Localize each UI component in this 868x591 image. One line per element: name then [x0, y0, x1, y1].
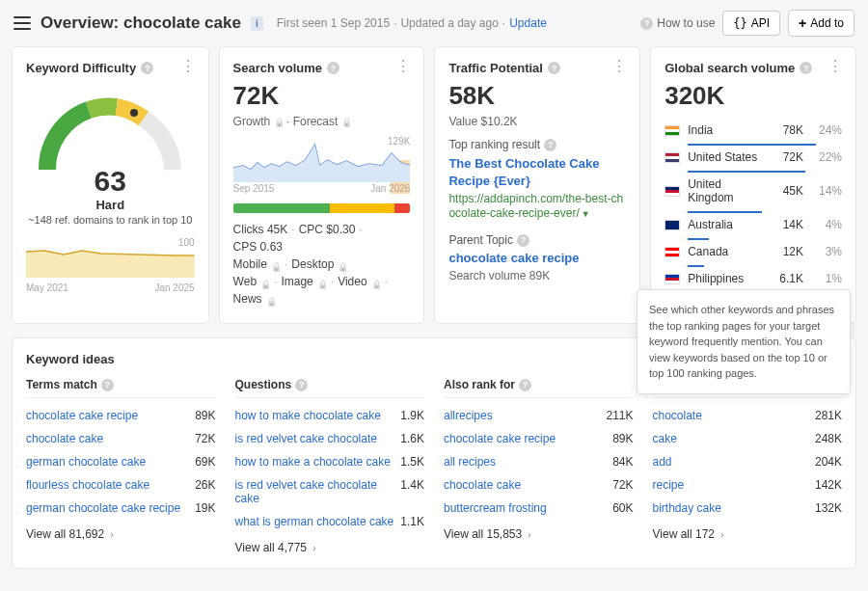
keyword-volume: 1.9K	[400, 409, 424, 422]
country-name: Australia	[688, 218, 759, 231]
help-icon[interactable]: ?	[295, 379, 308, 391]
country-name: Canada	[688, 245, 759, 258]
keyword-volume: 72K	[195, 432, 215, 445]
keyword-link[interactable]: german chocolate cake	[26, 455, 146, 469]
help-icon[interactable]: ?	[548, 62, 560, 74]
kd-title: Keyword Difficulty?	[26, 61, 195, 75]
tp-sub: Value $10.2K	[448, 115, 626, 128]
keyword-link[interactable]: chocolate cake	[26, 432, 103, 445]
card-more-icon[interactable]: ⋮	[180, 61, 197, 72]
sv-title: Search volume?	[233, 61, 411, 75]
keyword-link[interactable]: all recipes	[444, 455, 496, 469]
keyword-link[interactable]: birthday cake	[653, 501, 721, 515]
help-icon[interactable]: ?	[101, 379, 114, 391]
help-icon[interactable]: ?	[519, 379, 531, 391]
keyword-link[interactable]: cake	[653, 432, 677, 445]
country-pct: 14%	[811, 184, 842, 198]
country-pct: 1%	[811, 272, 842, 285]
sv-value: 72K	[233, 81, 411, 111]
help-icon[interactable]: ?	[800, 62, 812, 74]
view-all-link[interactable]: View all 172 ›	[653, 527, 843, 541]
keyword-row: allrecipes211K	[444, 404, 634, 427]
keyword-row: chocolate cake72K	[26, 427, 216, 450]
card-more-icon[interactable]: ⋮	[827, 61, 844, 72]
card-more-icon[interactable]: ⋮	[611, 61, 628, 72]
api-button[interactable]: {}API	[722, 11, 780, 36]
keyword-link[interactable]: buttercream frosting	[444, 501, 547, 515]
keyword-link[interactable]: allrecipes	[444, 409, 493, 422]
keyword-row: is red velvet cake chocolate1.6K	[235, 427, 425, 450]
keyword-link[interactable]: flourless chocolate cake	[26, 478, 149, 492]
keyword-volume: 84K	[612, 455, 633, 469]
global-volume-card: Global search volume? ⋮ 320K India 78K 2…	[650, 46, 856, 324]
keyword-volume: 204K	[815, 455, 842, 469]
keyword-link[interactable]: what is german chocolate cake	[235, 515, 394, 528]
keyword-row: buttercream frosting60K	[444, 497, 634, 520]
info-badge[interactable]: i	[251, 16, 263, 31]
keyword-row: what is german chocolate cake1.1K	[235, 510, 425, 533]
help-icon[interactable]: ?	[544, 139, 556, 151]
how-to-use-link[interactable]: ?How to use	[640, 16, 715, 30]
keyword-link[interactable]: is red velvet cake chocolate cake	[235, 478, 401, 505]
lock-icon	[317, 277, 327, 286]
view-all-link[interactable]: View all 4,775 ›	[235, 541, 425, 554]
keyword-volume: 26K	[195, 478, 215, 492]
lock-icon	[371, 277, 381, 286]
keyword-row: chocolate cake72K	[444, 473, 634, 497]
keyword-link[interactable]: chocolate	[653, 409, 702, 422]
keyword-volume: 1.4K	[400, 478, 424, 505]
menu-icon[interactable]	[14, 16, 31, 30]
country-row[interactable]: India 78K 24%	[665, 119, 842, 142]
flag-icon	[665, 186, 680, 197]
keyword-row: all recipes84K	[444, 450, 634, 473]
lock-icon	[338, 259, 347, 269]
keyword-volume: 1.5K	[400, 455, 424, 469]
country-row[interactable]: Canada 12K 3%	[665, 240, 842, 263]
keyword-row: chocolate281K	[653, 404, 843, 427]
keyword-volume: 132K	[815, 501, 842, 515]
caret-down-icon[interactable]: ▼	[582, 209, 590, 219]
column-header: Also rank for ?	[444, 378, 634, 398]
country-row[interactable]: Australia 14K 4%	[665, 213, 842, 236]
top-result-title[interactable]: The Best Chocolate Cake Recipe {Ever}	[448, 155, 626, 189]
keyword-volume: 142K	[815, 478, 842, 492]
chevron-right-icon: ›	[312, 542, 316, 553]
country-name: United Kingdom	[688, 177, 759, 204]
keyword-link[interactable]: chocolate cake recipe	[444, 432, 556, 445]
keyword-link[interactable]: german chocolate cake recipe	[26, 501, 180, 515]
view-all-link[interactable]: View all 81,692 ›	[26, 527, 216, 541]
sv-distribution-bar	[233, 203, 411, 213]
parent-topic-link[interactable]: chocolate cake recipe	[448, 251, 626, 265]
help-icon[interactable]: ?	[517, 234, 529, 247]
card-more-icon[interactable]: ⋮	[395, 61, 412, 72]
kd-desc: ~148 ref. domains to rank in top 10	[26, 214, 195, 226]
keyword-link[interactable]: chocolate cake recipe	[26, 409, 138, 422]
keyword-link[interactable]: how to make chocolate cake	[235, 409, 381, 422]
keyword-link[interactable]: chocolate cake	[444, 478, 521, 492]
keyword-volume: 248K	[815, 432, 842, 445]
keyword-link[interactable]: is red velvet cake chocolate	[235, 432, 377, 445]
keyword-link[interactable]: how to make a chocolate cake	[235, 455, 391, 469]
top-result-url[interactable]: https://addapinch.com/the-best-chocolate…	[448, 192, 623, 220]
page-title: Overview: chocolate cake	[41, 13, 241, 33]
country-row[interactable]: United Kingdom 45K 14%	[665, 173, 842, 209]
update-link[interactable]: Update	[509, 16, 547, 30]
help-icon[interactable]: ?	[141, 62, 153, 74]
svg-point-0	[130, 109, 138, 117]
country-val: 14K	[767, 218, 803, 231]
help-icon[interactable]: ?	[327, 62, 339, 74]
country-pct: 22%	[811, 150, 842, 164]
country-row[interactable]: Philippines 6.1K 1%	[665, 267, 842, 290]
country-val: 6.1K	[767, 272, 803, 285]
country-val: 12K	[767, 245, 803, 258]
keyword-link[interactable]: add	[653, 455, 672, 469]
keyword-row: add204K	[653, 450, 843, 473]
country-val: 45K	[767, 184, 803, 198]
kd-trend-chart	[26, 237, 195, 278]
keyword-link[interactable]: recipe	[653, 478, 685, 492]
country-row[interactable]: United States 72K 22%	[665, 146, 842, 169]
add-to-button[interactable]: +Add to	[788, 10, 854, 37]
keyword-row: is red velvet cake chocolate cake1.4K	[235, 473, 425, 510]
keyword-row: how to make a chocolate cake1.5K	[235, 450, 425, 473]
view-all-link[interactable]: View all 15,853 ›	[444, 527, 634, 541]
